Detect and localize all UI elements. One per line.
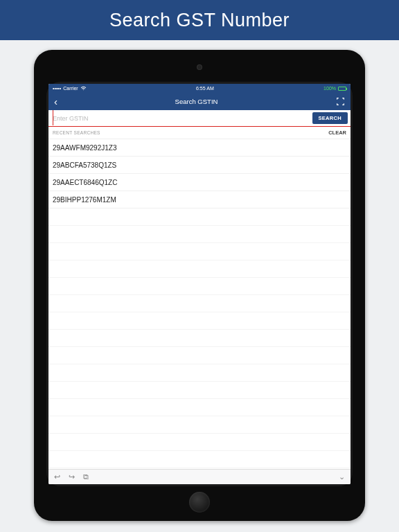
empty-row <box>48 451 351 468</box>
copy-icon[interactable]: ⧉ <box>83 472 89 481</box>
search-button[interactable]: SEARCH <box>312 112 348 124</box>
device-camera <box>197 65 202 69</box>
battery-icon <box>338 87 346 91</box>
search-row: SEARCH <box>48 110 351 127</box>
promo-headline: Search GST Number <box>109 10 290 31</box>
redo-icon[interactable]: ↪ <box>69 472 75 481</box>
list-item[interactable]: 29AAWFM9292J1Z3 <box>48 139 351 157</box>
empty-row <box>48 364 351 382</box>
undo-icon[interactable]: ↩ <box>54 472 60 481</box>
empty-row <box>48 278 351 295</box>
chevron-down-icon[interactable]: ⌄ <box>339 472 345 481</box>
empty-row <box>48 382 351 399</box>
empty-row <box>48 434 351 451</box>
recent-header: RECENT SEARCHES CLEAR <box>48 127 351 139</box>
empty-row <box>48 295 351 312</box>
scan-button[interactable] <box>335 97 345 107</box>
recent-label: RECENT SEARCHES <box>53 130 100 135</box>
empty-row <box>48 209 351 226</box>
input-caret <box>53 110 53 125</box>
empty-row <box>48 260 351 278</box>
toolbar: ↩ ↪ ⧉ ⌄ <box>48 469 351 484</box>
list-item[interactable]: 29AAECT6846Q1ZC <box>48 174 351 191</box>
carrier-label: Carrier <box>63 86 78 91</box>
wifi-icon <box>80 86 87 91</box>
list-item[interactable]: 29BIHPP1276M1ZM <box>48 191 351 209</box>
status-left: ••••• Carrier <box>53 86 87 91</box>
gstin-input[interactable] <box>48 110 310 126</box>
status-bar: ••••• Carrier 6:55 AM 100% <box>48 84 351 93</box>
signal-icon: ••••• <box>53 86 61 91</box>
tablet-frame: ••••• Carrier 6:55 AM 100% ‹ Search GSTI… <box>34 50 365 521</box>
empty-row <box>48 330 351 347</box>
status-right: 100% <box>323 86 346 91</box>
list-item[interactable]: 29ABCFA5738Q1ZS <box>48 157 351 174</box>
status-time: 6:55 AM <box>196 86 214 91</box>
empty-row <box>48 347 351 364</box>
empty-row <box>48 399 351 416</box>
empty-row <box>48 243 351 260</box>
nav-bar: ‹ Search GSTIN <box>48 93 351 110</box>
promo-banner: Search GST Number <box>0 0 399 40</box>
back-button[interactable]: ‹ <box>54 96 57 107</box>
empty-row <box>48 312 351 330</box>
empty-row <box>48 416 351 434</box>
screen: ••••• Carrier 6:55 AM 100% ‹ Search GSTI… <box>48 84 351 484</box>
page-title: Search GSTIN <box>175 98 218 105</box>
battery-percent: 100% <box>323 86 336 91</box>
recent-list[interactable]: 29AAWFM9292J1Z3 29ABCFA5738Q1ZS 29AAECT6… <box>48 139 351 469</box>
home-button[interactable] <box>189 492 210 513</box>
device-inner: ••••• Carrier 6:55 AM 100% ‹ Search GSTI… <box>46 82 353 486</box>
empty-row <box>48 226 351 243</box>
clear-button[interactable]: CLEAR <box>328 130 346 136</box>
